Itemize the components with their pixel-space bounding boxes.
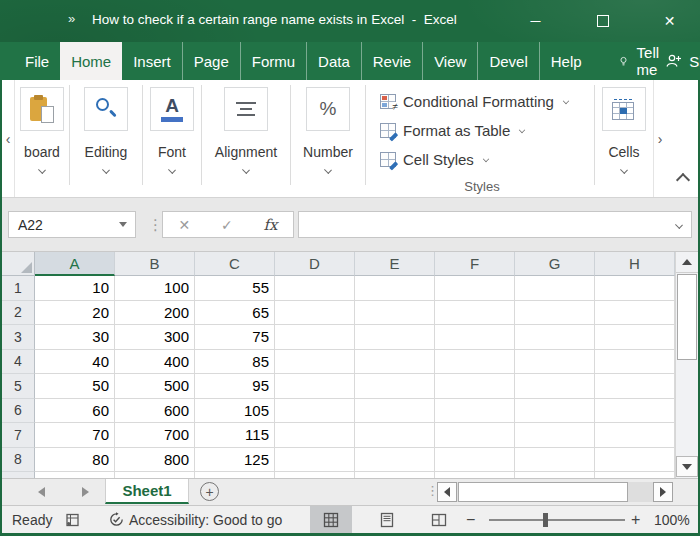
cell-a8[interactable]: 80 — [35, 448, 115, 473]
scroll-down-button[interactable] — [676, 456, 698, 477]
editing-group-button[interactable]: Editing — [70, 80, 142, 197]
vertical-scrollbar-thumb[interactable] — [677, 274, 697, 360]
tab-devel[interactable]: Devel — [477, 42, 538, 80]
cell-c3[interactable]: 75 — [195, 325, 275, 350]
cell-h4[interactable] — [595, 350, 675, 375]
zoom-in-button[interactable]: + — [631, 511, 640, 529]
row-header-1[interactable]: 1 — [2, 276, 35, 301]
normal-view-button[interactable] — [310, 506, 352, 533]
page-break-preview-button[interactable] — [418, 506, 460, 533]
cell-e4[interactable] — [355, 350, 435, 375]
scroll-right-button[interactable] — [653, 482, 673, 502]
accessibility-status[interactable]: Accessibility: Good to go — [129, 512, 282, 528]
row-header-5[interactable]: 5 — [2, 374, 35, 399]
cell-e5[interactable] — [355, 374, 435, 399]
accessibility-icon[interactable] — [108, 511, 125, 528]
minimize-button[interactable]: ─ — [513, 0, 558, 42]
tab-revie[interactable]: Revie — [361, 42, 422, 80]
row-header-3[interactable]: 3 — [2, 325, 35, 350]
tab-formu[interactable]: Formu — [240, 42, 306, 80]
tab-home[interactable]: Home — [60, 42, 122, 80]
zoom-slider[interactable] — [489, 519, 625, 521]
cell-g2[interactable] — [515, 301, 595, 326]
column-header-a[interactable]: A — [35, 252, 115, 276]
share-button[interactable]: Share — [665, 42, 700, 80]
insert-function-icon[interactable]: fx — [264, 216, 278, 234]
column-header-f[interactable]: F — [435, 252, 515, 276]
cell-e2[interactable] — [355, 301, 435, 326]
macro-record-icon[interactable] — [64, 512, 80, 528]
cell-b4[interactable]: 400 — [115, 350, 195, 375]
quick-access-toolbar-icon[interactable]: » — [68, 11, 73, 26]
cell-g1[interactable] — [515, 276, 595, 301]
cell-d2[interactable] — [275, 301, 355, 326]
cell-b8[interactable]: 800 — [115, 448, 195, 473]
page-layout-view-button[interactable] — [366, 506, 408, 533]
cell-c2[interactable]: 65 — [195, 301, 275, 326]
cell-a3[interactable]: 30 — [35, 325, 115, 350]
scroll-up-button[interactable] — [676, 252, 698, 273]
column-header-h[interactable]: H — [595, 252, 675, 276]
cell-a1[interactable]: 10 — [35, 276, 115, 301]
column-header-e[interactable]: E — [355, 252, 435, 276]
cell-styles-button[interactable]: Cell Styles — [380, 146, 594, 172]
cell-e3[interactable] — [355, 325, 435, 350]
previous-sheet-button[interactable] — [38, 487, 45, 497]
cell-e6[interactable] — [355, 399, 435, 424]
cell-b5[interactable]: 500 — [115, 374, 195, 399]
column-header-g[interactable]: G — [515, 252, 595, 276]
cell-c7[interactable]: 115 — [195, 423, 275, 448]
cell-g6[interactable] — [515, 399, 595, 424]
cell-d5[interactable] — [275, 374, 355, 399]
scroll-left-button[interactable] — [437, 482, 457, 502]
tab-help[interactable]: Help — [539, 42, 593, 80]
cell-g3[interactable] — [515, 325, 595, 350]
next-sheet-button[interactable] — [82, 487, 89, 497]
cell-e8[interactable] — [355, 448, 435, 473]
vertical-scrollbar[interactable] — [675, 252, 698, 478]
cell-b2[interactable]: 200 — [115, 301, 195, 326]
zoom-level[interactable]: 100% — [654, 512, 690, 528]
cell-c4[interactable]: 85 — [195, 350, 275, 375]
name-box[interactable]: A22 — [8, 211, 136, 238]
horizontal-scrollbar[interactable] — [437, 482, 673, 502]
row-header-2[interactable]: 2 — [2, 301, 35, 326]
horizontal-scrollbar-thumb[interactable] — [458, 482, 628, 502]
cell-b7[interactable]: 700 — [115, 423, 195, 448]
cell-h8[interactable] — [595, 448, 675, 473]
number-group-button[interactable]: % Number — [291, 80, 365, 197]
tab-view[interactable]: View — [422, 42, 477, 80]
row-header-4[interactable]: 4 — [2, 350, 35, 375]
tab-file[interactable]: File — [14, 42, 60, 80]
cell-d8[interactable] — [275, 448, 355, 473]
cell-f5[interactable] — [435, 374, 515, 399]
cell-h2[interactable] — [595, 301, 675, 326]
cell-h1[interactable] — [595, 276, 675, 301]
cell-f8[interactable] — [435, 448, 515, 473]
cell-f1[interactable] — [435, 276, 515, 301]
close-button[interactable]: ✕ — [647, 0, 692, 42]
tab-insert[interactable]: Insert — [122, 42, 182, 80]
zoom-out-button[interactable]: − — [466, 511, 475, 529]
formula-input[interactable] — [298, 211, 692, 238]
name-box-dropdown-icon[interactable] — [119, 222, 127, 227]
collapse-ribbon-icon[interactable] — [676, 173, 690, 187]
tab-data[interactable]: Data — [306, 42, 361, 80]
formula-bar-expand-icon[interactable] — [675, 221, 683, 229]
cell-f3[interactable] — [435, 325, 515, 350]
enter-icon[interactable]: ✓ — [221, 217, 233, 233]
cell-c6[interactable]: 105 — [195, 399, 275, 424]
formula-bar-drag-handle[interactable]: ⋮ — [148, 211, 163, 238]
column-header-b[interactable]: B — [115, 252, 195, 276]
cell-b1[interactable]: 100 — [115, 276, 195, 301]
tell-me-button[interactable]: Tell me — [619, 42, 666, 80]
alignment-group-button[interactable]: Alignment — [202, 80, 290, 197]
select-all-button[interactable] — [2, 252, 35, 276]
cell-f2[interactable] — [435, 301, 515, 326]
cell-b6[interactable]: 600 — [115, 399, 195, 424]
cell-d6[interactable] — [275, 399, 355, 424]
cell-g7[interactable] — [515, 423, 595, 448]
row-header-7[interactable]: 7 — [2, 423, 35, 448]
cell-c8[interactable]: 125 — [195, 448, 275, 473]
clipboard-group-button[interactable]: board — [15, 80, 69, 197]
